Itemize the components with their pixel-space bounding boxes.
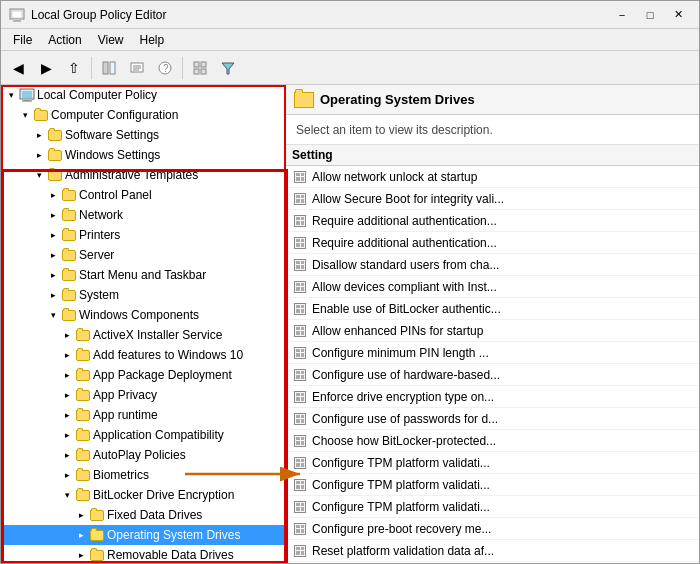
tree-expander[interactable]: ▸ xyxy=(59,407,75,423)
tree-expander[interactable]: ▾ xyxy=(45,307,61,323)
close-button[interactable]: ✕ xyxy=(665,5,691,25)
tree-expander[interactable]: ▸ xyxy=(59,387,75,403)
setting-row[interactable]: Configure TPM platform validati... xyxy=(286,496,699,518)
setting-icon xyxy=(292,543,308,559)
tree-expander[interactable]: ▸ xyxy=(59,327,75,343)
tree-item-windows-components[interactable]: ▾Windows Components xyxy=(1,305,284,325)
menu-help[interactable]: Help xyxy=(132,31,173,48)
setting-row[interactable]: Reset platform validation data af... xyxy=(286,540,699,562)
setting-row[interactable]: Configure use of hardware-based... xyxy=(286,364,699,386)
forward-button[interactable]: ▶ xyxy=(33,55,59,81)
tree-expander[interactable]: ▾ xyxy=(59,487,75,503)
tree-icon-folder xyxy=(61,207,77,223)
setting-row[interactable]: Allow enhanced PINs for startup xyxy=(286,320,699,342)
tree-item-add-features[interactable]: ▸Add features to Windows 10 xyxy=(1,345,284,365)
tree-item-network[interactable]: ▸Network xyxy=(1,205,284,225)
view-mode-button[interactable] xyxy=(187,55,213,81)
tree-expander[interactable]: ▸ xyxy=(45,267,61,283)
right-panel: Operating System Drives Select an item t… xyxy=(286,85,699,563)
tree-expander[interactable]: ▸ xyxy=(73,507,89,523)
tree-item-autoplay[interactable]: ▸AutoPlay Policies xyxy=(1,445,284,465)
setting-row[interactable]: Configure pre-boot recovery me... xyxy=(286,518,699,540)
tree-item-app-runtime[interactable]: ▸App runtime xyxy=(1,405,284,425)
tree-item-software-settings[interactable]: ▸Software Settings xyxy=(1,125,284,145)
tree-icon-folder xyxy=(75,327,91,343)
setting-row[interactable]: Allow Secure Boot for integrity vali... xyxy=(286,188,699,210)
svg-rect-18 xyxy=(22,91,32,98)
maximize-button[interactable]: □ xyxy=(637,5,663,25)
menu-view[interactable]: View xyxy=(90,31,132,48)
tree-item-computer-configuration[interactable]: ▾Computer Configuration xyxy=(1,105,284,125)
tree-item-start-menu[interactable]: ▸Start Menu and Taskbar xyxy=(1,265,284,285)
tree-expander[interactable]: ▸ xyxy=(59,467,75,483)
setting-row[interactable]: Use enhanced Boot Configuratio... xyxy=(286,562,699,563)
tree-icon-folder xyxy=(75,367,91,383)
tree-item-system[interactable]: ▸System xyxy=(1,285,284,305)
tree-expander[interactable]: ▸ xyxy=(31,147,47,163)
tree-expander[interactable]: ▸ xyxy=(45,207,61,223)
setting-row[interactable]: Configure minimum PIN length ... xyxy=(286,342,699,364)
tree-expander[interactable]: ▸ xyxy=(45,247,61,263)
setting-row[interactable]: Require additional authentication... xyxy=(286,232,699,254)
tree-expander[interactable]: ▸ xyxy=(59,427,75,443)
setting-row[interactable]: Configure use of passwords for d... xyxy=(286,408,699,430)
tree-expander[interactable]: ▸ xyxy=(73,527,89,543)
description-area: Select an item to view its description. xyxy=(286,115,699,145)
tree-item-local-computer-policy[interactable]: ▾Local Computer Policy xyxy=(1,85,284,105)
tree-item-server[interactable]: ▸Server xyxy=(1,245,284,265)
setting-row[interactable]: Allow network unlock at startup xyxy=(286,166,699,188)
tree-icon-folder-open xyxy=(89,527,105,543)
settings-list[interactable]: Allow network unlock at startupAllow Sec… xyxy=(286,166,699,563)
tree-item-app-compat[interactable]: ▸Application Compatibility xyxy=(1,425,284,445)
tree-expander[interactable]: ▸ xyxy=(59,447,75,463)
tree-item-os-drives[interactable]: ▸Operating System Drives xyxy=(1,525,284,545)
help-toolbar-button[interactable]: ? xyxy=(152,55,178,81)
toolbar-sep-2 xyxy=(182,57,183,79)
minimize-button[interactable]: − xyxy=(609,5,635,25)
tree-expander[interactable]: ▸ xyxy=(73,547,89,563)
tree-item-admin-templates[interactable]: ▾Administrative Templates xyxy=(1,165,284,185)
svg-text:?: ? xyxy=(163,63,169,74)
setting-row[interactable]: Configure TPM platform validati... xyxy=(286,474,699,496)
tree-item-printers[interactable]: ▸Printers xyxy=(1,225,284,245)
tree-expander[interactable]: ▾ xyxy=(31,167,47,183)
setting-row[interactable]: Allow devices compliant with Inst... xyxy=(286,276,699,298)
menu-file[interactable]: File xyxy=(5,31,40,48)
tree-expander[interactable]: ▾ xyxy=(3,87,19,103)
menu-bar: File Action View Help xyxy=(1,29,699,51)
tree-item-windows-settings[interactable]: ▸Windows Settings xyxy=(1,145,284,165)
tree-expander[interactable]: ▸ xyxy=(45,227,61,243)
setting-row[interactable]: Disallow standard users from cha... xyxy=(286,254,699,276)
setting-row[interactable]: Configure TPM platform validati... xyxy=(286,452,699,474)
tree-expander[interactable]: ▸ xyxy=(45,187,61,203)
tree-item-bitlocker[interactable]: ▾BitLocker Drive Encryption xyxy=(1,485,284,505)
main-window: Local Group Policy Editor − □ ✕ File Act… xyxy=(0,0,700,564)
setting-row[interactable]: Enable use of BitLocker authentic... xyxy=(286,298,699,320)
menu-action[interactable]: Action xyxy=(40,31,89,48)
tree-item-removable-data[interactable]: ▸Removable Data Drives xyxy=(1,545,284,563)
tree-expander[interactable]: ▸ xyxy=(45,287,61,303)
tree-icon-folder xyxy=(61,267,77,283)
tree-expander[interactable]: ▾ xyxy=(17,107,33,123)
tree-item-control-panel[interactable]: ▸Control Panel xyxy=(1,185,284,205)
tree-item-biometrics[interactable]: ▸Biometrics xyxy=(1,465,284,485)
toolbar: ◀ ▶ ⇧ ? xyxy=(1,51,699,85)
setting-row[interactable]: Enforce drive encryption type on... xyxy=(286,386,699,408)
up-button[interactable]: ⇧ xyxy=(61,55,87,81)
tree-expander[interactable]: ▸ xyxy=(31,127,47,143)
show-hide-button[interactable] xyxy=(96,55,122,81)
back-button[interactable]: ◀ xyxy=(5,55,31,81)
tree-expander[interactable]: ▸ xyxy=(59,347,75,363)
tree-item-app-privacy[interactable]: ▸App Privacy xyxy=(1,385,284,405)
tree-panel[interactable]: ▾Local Computer Policy▾Computer Configur… xyxy=(1,85,286,563)
tree-item-fixed-data-drives[interactable]: ▸Fixed Data Drives xyxy=(1,505,284,525)
svg-rect-5 xyxy=(110,62,115,74)
filter-button[interactable] xyxy=(215,55,241,81)
tree-expander[interactable]: ▸ xyxy=(59,367,75,383)
toolbar-sep-1 xyxy=(91,57,92,79)
tree-item-activex[interactable]: ▸ActiveX Installer Service xyxy=(1,325,284,345)
tree-item-app-package[interactable]: ▸App Package Deployment xyxy=(1,365,284,385)
setting-row[interactable]: Require additional authentication... xyxy=(286,210,699,232)
setting-row[interactable]: Choose how BitLocker-protected... xyxy=(286,430,699,452)
properties-button[interactable] xyxy=(124,55,150,81)
